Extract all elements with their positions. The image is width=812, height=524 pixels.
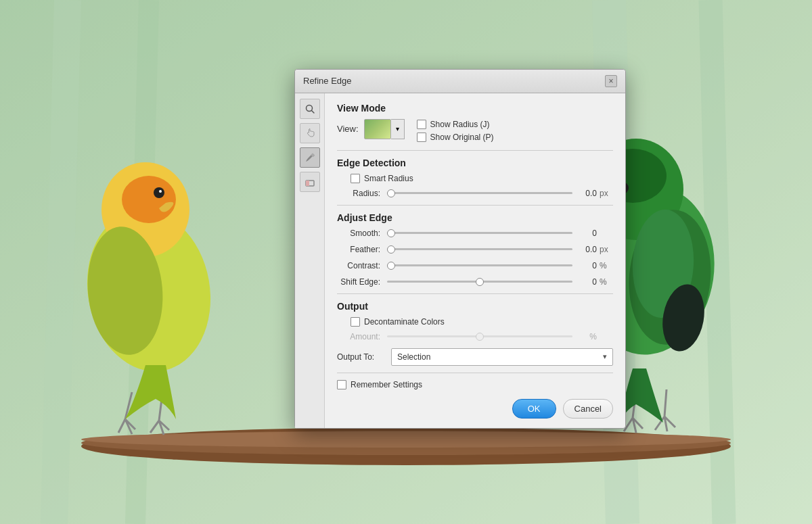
amount-unit: % bbox=[575, 332, 600, 341]
contrast-thumb[interactable] bbox=[387, 262, 395, 270]
radius-value: 0.0 bbox=[575, 189, 600, 198]
output-to-value: Selection bbox=[397, 352, 430, 362]
output-to-select[interactable]: Selection ▾ bbox=[391, 348, 613, 366]
svg-line-24 bbox=[311, 110, 314, 113]
view-dropdown-arrow[interactable]: ▾ bbox=[391, 119, 405, 139]
svg-rect-27 bbox=[306, 181, 309, 186]
eraser-tool[interactable] bbox=[300, 172, 320, 192]
view-mode-row: View: ▾ bbox=[337, 119, 405, 139]
separator-3 bbox=[337, 293, 613, 294]
contrast-unit: % bbox=[600, 261, 613, 270]
shift-edge-slider-row: Shift Edge: 0 % bbox=[337, 277, 613, 287]
feather-track bbox=[387, 248, 572, 250]
show-original-checkbox[interactable] bbox=[417, 133, 426, 142]
radius-label: Radius: bbox=[337, 189, 384, 198]
remember-settings-row: Remember Settings bbox=[337, 380, 613, 389]
separator-1 bbox=[337, 150, 613, 151]
contrast-label: Contrast: bbox=[337, 261, 384, 270]
view-thumbnail bbox=[364, 119, 391, 139]
remember-settings-checkbox[interactable] bbox=[337, 380, 346, 389]
separator-2 bbox=[337, 205, 613, 206]
view-thumbnail-btn[interactable]: ▾ bbox=[364, 119, 405, 139]
amount-track bbox=[387, 335, 572, 337]
contrast-value: 0 bbox=[575, 261, 600, 270]
view-checkboxes: Show Radius (J) Show Original (P) bbox=[417, 120, 494, 142]
shift-edge-track bbox=[387, 281, 572, 283]
dialog-body: View Mode View: ▾ Show Radius (J) bbox=[295, 93, 625, 428]
feather-unit: px bbox=[600, 245, 613, 254]
decontaminate-label: Decontaminate Colors bbox=[364, 317, 445, 327]
view-label: View: bbox=[337, 124, 359, 134]
refine-edge-dialog: Refine Edge × bbox=[294, 69, 626, 429]
feather-label: Feather: bbox=[337, 245, 384, 254]
radius-slider-row: Radius: 0.0 px bbox=[337, 189, 613, 198]
shift-edge-value: 0 bbox=[575, 277, 600, 287]
zoom-tool[interactable] bbox=[300, 99, 320, 119]
smart-radius-checkbox[interactable] bbox=[351, 174, 360, 183]
edge-detection-title: Edge Detection bbox=[337, 158, 613, 168]
output-to-row: Output To: Selection ▾ bbox=[337, 348, 613, 366]
output-to-label: Output To: bbox=[337, 352, 391, 362]
output-to-arrow: ▾ bbox=[603, 352, 607, 361]
smooth-thumb[interactable] bbox=[387, 229, 395, 237]
radius-unit: px bbox=[600, 189, 613, 198]
contrast-track bbox=[387, 264, 572, 266]
radius-thumb[interactable] bbox=[387, 189, 395, 197]
remember-settings-label: Remember Settings bbox=[351, 380, 422, 389]
show-radius-checkbox[interactable] bbox=[417, 120, 426, 129]
amount-label: Amount: bbox=[337, 332, 384, 341]
show-radius-label: Show Radius (J) bbox=[430, 120, 490, 129]
smooth-track bbox=[387, 232, 572, 234]
decontaminate-row: Decontaminate Colors bbox=[351, 317, 613, 327]
cancel-button[interactable]: Cancel bbox=[563, 399, 613, 419]
radius-track bbox=[387, 192, 572, 194]
adjust-edge-title: Adjust Edge bbox=[337, 212, 613, 223]
smart-radius-row: Smart Radius bbox=[351, 174, 613, 183]
separator-4 bbox=[337, 373, 613, 373]
show-original-label: Show Original (P) bbox=[430, 133, 494, 142]
hand-tool[interactable] bbox=[300, 123, 320, 143]
feather-value: 0.0 bbox=[575, 245, 600, 254]
ok-button[interactable]: OK bbox=[512, 399, 556, 419]
shift-edge-unit: % bbox=[600, 277, 613, 287]
dialog-title: Refine Edge bbox=[303, 76, 352, 86]
feather-slider-row: Feather: 0.0 px bbox=[337, 245, 613, 254]
smooth-slider-row: Smooth: 0 bbox=[337, 229, 613, 238]
dialog-titlebar: Refine Edge × bbox=[295, 70, 625, 93]
shift-edge-label: Shift Edge: bbox=[337, 277, 384, 287]
smooth-label: Smooth: bbox=[337, 229, 384, 238]
output-title: Output bbox=[337, 301, 613, 312]
dialog-overlay: Refine Edge × bbox=[0, 0, 812, 524]
toolbar bbox=[295, 93, 325, 428]
close-button[interactable]: × bbox=[605, 75, 617, 87]
contrast-slider-row: Contrast: 0 % bbox=[337, 261, 613, 270]
smart-radius-label: Smart Radius bbox=[364, 174, 413, 183]
view-mode-title: View Mode bbox=[337, 103, 613, 114]
decontaminate-checkbox[interactable] bbox=[351, 317, 360, 327]
feather-thumb[interactable] bbox=[387, 245, 395, 254]
amount-thumb bbox=[476, 333, 484, 341]
shift-edge-thumb[interactable] bbox=[476, 278, 484, 286]
amount-slider-row: Amount: % bbox=[337, 332, 613, 341]
smooth-value: 0 bbox=[575, 229, 600, 238]
show-radius-row: Show Radius (J) bbox=[417, 120, 494, 129]
main-content: View Mode View: ▾ Show Radius (J) bbox=[325, 93, 625, 428]
button-row: OK Cancel bbox=[337, 399, 613, 419]
show-original-row: Show Original (P) bbox=[417, 133, 494, 142]
brush-tool[interactable] bbox=[300, 147, 320, 168]
